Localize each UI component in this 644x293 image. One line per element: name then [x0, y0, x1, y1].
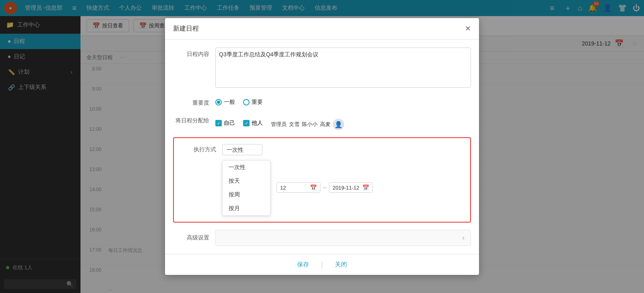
importance-label: 重要度 — [173, 96, 209, 107]
modal-body: 日程内容 重要度 一般 重要 — [165, 39, 479, 254]
exec-select-wrapper: 一次性 按天 按周 按月 — [222, 144, 262, 155]
assign-row: 将日程分配给 ✓ 自己 ✓ 他人 — [173, 114, 471, 130]
radio-important-circle — [243, 99, 250, 105]
assignee-0: 管理员 — [271, 121, 287, 128]
importance-radio-group: 一般 重要 — [215, 96, 471, 106]
exec-section: 执行方式 一次性 按天 按周 按月 一次性 — [173, 137, 471, 223]
end-cal-icon[interactable]: 📅 — [362, 184, 369, 191]
modal-footer: 保存 | 关闭 — [165, 254, 479, 275]
content-field-wrapper — [215, 47, 471, 89]
modal-overlay[interactable]: 新建日程 ✕ 日程内容 重要度 一般 — [0, 0, 644, 293]
assign-label: 将日程分配给 — [173, 114, 209, 124]
advanced-row: 高级设置 › — [173, 230, 471, 246]
assign-checkbox-group: ✓ 自己 ✓ 他人 管理员 文雪 — [215, 114, 471, 130]
dropdown-monthly[interactable]: 按月 — [223, 202, 270, 215]
importance-content: 一般 重要 — [215, 96, 471, 106]
advanced-content[interactable]: › — [215, 230, 471, 246]
start-cal-icon[interactable]: 📅 — [310, 184, 317, 191]
assignee-2: 陈小小 — [302, 121, 318, 128]
dropdown-daily[interactable]: 按天 — [223, 174, 270, 188]
dropdown-weekly[interactable]: 按周 — [223, 188, 270, 202]
exec-detail: 一次性 按天 按周 按月 📅 -- — [222, 159, 464, 216]
modal-title: 新建日程 — [173, 25, 199, 33]
exec-label: 执行方式 — [180, 146, 216, 153]
add-assignee-btn[interactable]: 👤 — [333, 119, 344, 130]
radio-normal-label: 一般 — [224, 99, 235, 106]
assign-content: ✓ 自己 ✓ 他人 管理员 文雪 — [215, 114, 471, 130]
radio-normal-circle — [215, 99, 222, 105]
other-label: 他人 — [252, 120, 263, 127]
assignee-1: 文雪 — [289, 121, 299, 128]
advanced-label: 高级设置 — [173, 234, 209, 241]
other-check-icon: ✓ — [245, 121, 248, 126]
self-check-icon: ✓ — [217, 121, 221, 126]
other-checkbox-item[interactable]: ✓ 他人 — [243, 120, 263, 127]
date-range-wrapper: 📅 -- 📅 — [277, 159, 373, 216]
date-start-field[interactable]: 📅 — [277, 182, 320, 193]
content-label: 日程内容 — [173, 47, 209, 58]
modal-header: 新建日程 ✕ — [165, 18, 479, 39]
exec-dropdown: 一次性 按天 按周 按月 — [222, 160, 270, 216]
assign-tags: 管理员 文雪 陈小小 高麦 👤 — [271, 116, 344, 130]
save-button[interactable]: 保存 — [297, 261, 309, 268]
new-schedule-modal: 新建日程 ✕ 日程内容 重要度 一般 — [165, 18, 479, 275]
date-end-field[interactable]: 📅 — [329, 182, 373, 193]
date-separator: -- — [323, 184, 326, 191]
dropdown-once[interactable]: 一次性 — [223, 161, 270, 174]
exec-row: 执行方式 一次性 按天 按周 按月 — [180, 144, 464, 155]
self-checkbox-item[interactable]: ✓ 自己 — [215, 120, 235, 127]
exec-select[interactable]: 一次性 按天 按周 按月 — [222, 144, 262, 155]
date-start-input[interactable] — [280, 185, 308, 191]
importance-row: 重要度 一般 重要 — [173, 96, 471, 107]
radio-important[interactable]: 重要 — [243, 99, 263, 106]
self-checkbox: ✓ — [215, 120, 222, 126]
assignee-3: 高麦 — [320, 121, 330, 128]
advanced-expand-icon: › — [462, 234, 464, 241]
other-checkbox: ✓ — [243, 120, 250, 126]
self-label: 自己 — [224, 120, 235, 127]
content-textarea[interactable] — [215, 47, 471, 88]
close-button[interactable]: 关闭 — [335, 261, 347, 268]
radio-important-label: 重要 — [252, 99, 263, 106]
date-range: 📅 -- 📅 — [277, 182, 373, 193]
radio-normal[interactable]: 一般 — [215, 99, 235, 106]
footer-separator: | — [321, 260, 323, 269]
content-row: 日程内容 — [173, 47, 471, 89]
date-end-input[interactable] — [332, 185, 361, 191]
modal-close-btn[interactable]: ✕ — [465, 24, 471, 33]
